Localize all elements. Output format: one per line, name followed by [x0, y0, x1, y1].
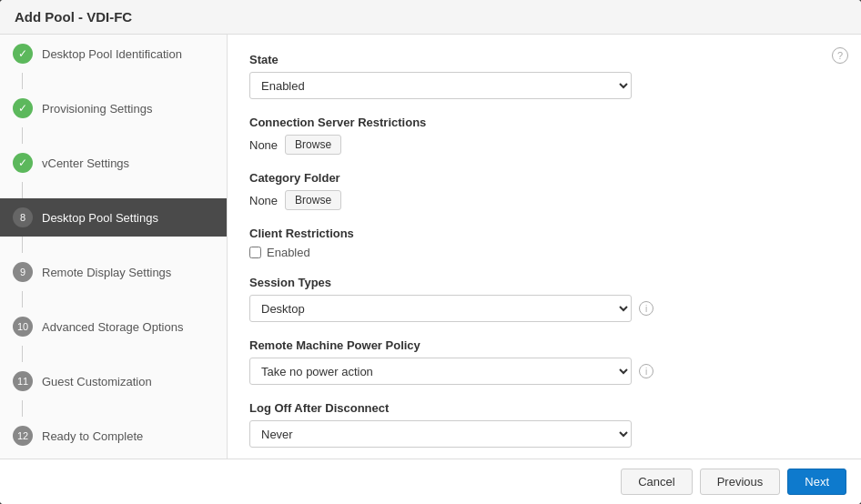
- connector-9: [22, 291, 23, 307]
- next-button[interactable]: Next: [787, 469, 846, 495]
- modal-footer: Cancel Previous Next: [0, 459, 861, 504]
- sidebar-label-12: Ready to Complete: [42, 429, 143, 443]
- session-types-label: Session Types: [249, 276, 839, 289]
- session-types-info-icon[interactable]: i: [639, 301, 653, 316]
- client-restrictions-checkbox-label[interactable]: Enabled: [249, 246, 839, 259]
- connector-10: [22, 346, 23, 362]
- client-restrictions-label: Client Restrictions: [249, 227, 839, 240]
- step-num-9: 9: [13, 262, 33, 282]
- modal-header: Add Pool - VDI-FC: [0, 0, 861, 35]
- remote-power-label: Remote Machine Power Policy: [249, 338, 839, 352]
- sidebar-item-desktop-pool-settings[interactable]: 8 Desktop Pool Settings: [0, 198, 227, 237]
- connection-server-browse-button[interactable]: Browse: [285, 135, 341, 155]
- sidebar-item-vcenter-settings[interactable]: ✓ vCenter Settings: [0, 144, 227, 182]
- remote-power-info-icon[interactable]: i: [639, 364, 653, 378]
- connector-11: [22, 400, 23, 417]
- client-restrictions-checkbox[interactable]: [249, 247, 261, 258]
- log-off-group: Log Off After Disconnect Never Immediate…: [249, 401, 839, 448]
- remote-power-select[interactable]: Take no power action Always powered on S…: [249, 358, 632, 385]
- modal-title: Add Pool - VDI-FC: [15, 9, 132, 25]
- sidebar-item-provisioning-settings[interactable]: ✓ Provisioning Settings: [0, 89, 227, 127]
- client-restrictions-group: Client Restrictions Enabled: [249, 227, 839, 259]
- step-num-8: 8: [13, 207, 33, 227]
- category-folder-label: Category Folder: [249, 171, 839, 185]
- sidebar-label-11: Guest Customization: [42, 375, 152, 388]
- add-pool-modal: Add Pool - VDI-FC ✓ Desktop Pool Identif…: [0, 0, 861, 504]
- connector-2: [22, 127, 23, 144]
- session-types-inline: Desktop Application Desktop and Applicat…: [249, 295, 839, 322]
- check-icon-1: ✓: [13, 44, 33, 64]
- client-restrictions-enabled-text: Enabled: [267, 246, 310, 259]
- log-off-select[interactable]: Never Immediately After: [249, 420, 632, 448]
- sidebar-label-10: Advanced Storage Options: [42, 320, 183, 334]
- connection-server-group: Connection Server Restrictions None Brow…: [249, 116, 839, 155]
- step-num-12: 12: [13, 426, 33, 446]
- sidebar-item-guest-customization[interactable]: 11 Guest Customization: [0, 362, 227, 400]
- remote-power-group: Remote Machine Power Policy Take no powe…: [249, 338, 839, 385]
- sidebar: ✓ Desktop Pool Identification ✓ Provisio…: [0, 35, 228, 459]
- category-folder-browse-button[interactable]: Browse: [285, 190, 341, 210]
- sidebar-label-8: Desktop Pool Settings: [42, 211, 158, 225]
- category-folder-group: Category Folder None Browse: [249, 171, 839, 210]
- session-types-group: Session Types Desktop Application Deskto…: [249, 276, 839, 322]
- sidebar-item-desktop-pool-identification[interactable]: ✓ Desktop Pool Identification: [0, 35, 227, 73]
- previous-button[interactable]: Previous: [700, 469, 781, 495]
- category-folder-value: None: [249, 194, 278, 207]
- connection-server-value: None: [249, 138, 278, 152]
- sidebar-item-remote-display-settings[interactable]: 9 Remote Display Settings: [0, 253, 227, 291]
- step-num-11: 11: [13, 371, 33, 391]
- session-types-select[interactable]: Desktop Application Desktop and Applicat…: [249, 295, 632, 322]
- sidebar-label-2: Provisioning Settings: [42, 102, 152, 116]
- connector-8: [22, 237, 23, 253]
- state-label: State: [249, 53, 839, 66]
- cancel-button[interactable]: Cancel: [621, 469, 692, 495]
- main-content: ? State Enabled Disabled Connection Serv…: [228, 35, 861, 459]
- state-select[interactable]: Enabled Disabled: [249, 72, 632, 99]
- help-icon[interactable]: ?: [832, 47, 848, 64]
- log-off-label: Log Off After Disconnect: [249, 401, 839, 415]
- check-icon-2: ✓: [13, 98, 33, 118]
- category-folder-inline: None Browse: [249, 190, 839, 210]
- connection-server-inline: None Browse: [249, 135, 839, 155]
- sidebar-label-3: vCenter Settings: [42, 156, 129, 170]
- connection-server-label: Connection Server Restrictions: [249, 116, 839, 129]
- step-num-10: 10: [13, 317, 33, 337]
- sidebar-label-1: Desktop Pool Identification: [42, 47, 182, 61]
- sidebar-item-ready-to-complete[interactable]: 12 Ready to Complete: [0, 417, 227, 455]
- modal-body: ✓ Desktop Pool Identification ✓ Provisio…: [0, 35, 861, 459]
- connector-1: [22, 73, 23, 89]
- sidebar-item-advanced-storage-options[interactable]: 10 Advanced Storage Options: [0, 307, 227, 346]
- sidebar-label-9: Remote Display Settings: [42, 266, 171, 279]
- connector-3: [22, 182, 23, 198]
- state-group: State Enabled Disabled: [249, 53, 839, 99]
- remote-power-inline: Take no power action Always powered on S…: [249, 358, 839, 385]
- check-icon-3: ✓: [13, 153, 33, 173]
